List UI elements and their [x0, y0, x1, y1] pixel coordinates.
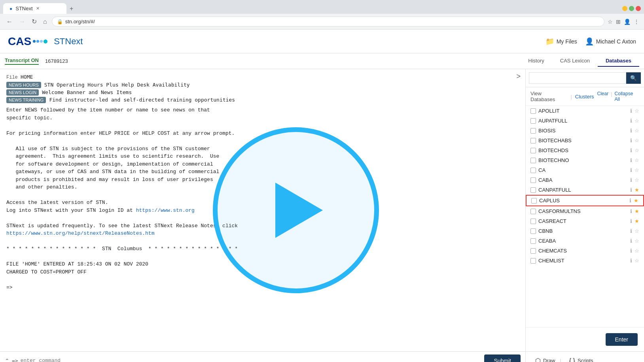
db-star-icon[interactable]: ☆	[635, 258, 639, 264]
database-list-item[interactable]: BIOTECHABS ℹ ☆	[526, 136, 644, 145]
db-star-icon[interactable]: ★	[635, 208, 639, 214]
new-tab-button[interactable]: +	[66, 4, 76, 14]
db-checkbox-ca[interactable]	[530, 168, 536, 173]
database-list-item[interactable]: CASFORMULTNS ℹ ★	[526, 206, 644, 216]
db-star-icon[interactable]: ☆	[635, 167, 639, 173]
clusters-link[interactable]: Clusters	[575, 94, 594, 100]
db-star-icon[interactable]: ☆	[635, 128, 639, 134]
my-files-button[interactable]: 📁 My Files	[546, 37, 577, 46]
active-tab[interactable]: ● STNext ✕	[3, 3, 66, 14]
minimize-button[interactable]	[622, 6, 627, 11]
collapse-button[interactable]: ⌃	[5, 358, 9, 362]
release-notes-link[interactable]: https://www.stn.org/help/stnext/ReleaseN…	[6, 230, 154, 236]
tab-close-button[interactable]: ✕	[36, 6, 40, 11]
collapse-all-link[interactable]: Collapse All	[615, 91, 639, 102]
submit-button[interactable]: Submit	[484, 354, 521, 362]
db-star-icon[interactable]: ☆	[635, 138, 639, 143]
db-star-icon[interactable]: ☆	[635, 118, 639, 124]
db-info-icon[interactable]: ℹ	[630, 258, 632, 264]
db-checkbox-aupatfull[interactable]	[530, 118, 536, 124]
forward-button[interactable]: →	[17, 17, 27, 27]
news-training-button[interactable]: NEWS TRAINING	[6, 97, 46, 103]
user-button[interactable]: 👤 Michael C Axton	[585, 37, 636, 46]
db-info-icon[interactable]: ℹ	[630, 167, 632, 173]
db-checkbox-caba[interactable]	[530, 177, 536, 183]
db-checkbox-ceaba[interactable]	[530, 238, 536, 244]
db-info-icon[interactable]: ℹ	[630, 147, 632, 153]
db-star-icon[interactable]: ☆	[635, 108, 639, 114]
db-info-icon[interactable]: ℹ	[630, 138, 632, 143]
bookmark-icon[interactable]: ☆	[608, 19, 613, 25]
db-star-icon[interactable]: ☆	[635, 177, 639, 183]
tab-databases[interactable]: Databases	[598, 55, 639, 67]
db-checkbox-apollit[interactable]	[530, 108, 536, 114]
db-checkbox-cbnb[interactable]	[530, 228, 536, 234]
extensions-icon[interactable]: ⊞	[616, 19, 621, 25]
db-star-icon[interactable]: ★	[635, 187, 639, 193]
maximize-button[interactable]	[629, 6, 634, 11]
menu-icon[interactable]: ⋮	[634, 19, 639, 25]
database-list-item[interactable]: APOLLIT ℹ ☆	[526, 106, 644, 116]
db-info-icon[interactable]: ℹ	[630, 218, 632, 224]
db-star-icon[interactable]: ★	[635, 218, 639, 224]
home-button[interactable]: ⌂	[42, 17, 49, 27]
db-checkbox-chemlist[interactable]	[530, 258, 536, 264]
database-search-input[interactable]	[529, 72, 626, 84]
database-list-item[interactable]: CBNB ℹ ☆	[526, 226, 644, 236]
video-play-circle[interactable]	[213, 127, 379, 293]
db-star-icon[interactable]: ☆	[635, 157, 639, 163]
back-button[interactable]: ←	[5, 17, 14, 27]
database-list-item[interactable]: CA ℹ ☆	[526, 165, 644, 175]
db-checkbox-canpatfull[interactable]	[530, 187, 536, 193]
db-info-icon[interactable]: ℹ	[630, 208, 632, 214]
transcript-toggle[interactable]: Transcript ON	[5, 57, 39, 65]
db-star-icon[interactable]: ☆	[635, 147, 639, 153]
tab-history[interactable]: History	[520, 55, 552, 67]
reload-button[interactable]: ↻	[30, 16, 38, 27]
database-list-item[interactable]: AUPATFULL ℹ ☆	[526, 116, 644, 126]
db-checkbox-biosis[interactable]	[530, 128, 536, 134]
db-star-icon[interactable]: ☆	[635, 238, 639, 244]
db-checkbox-biotechabs[interactable]	[530, 138, 536, 143]
database-list-item[interactable]: CHEMCATS ℹ ☆	[526, 246, 644, 256]
enter-button[interactable]: Enter	[606, 333, 638, 346]
video-overlay[interactable]	[213, 127, 379, 293]
db-star-icon[interactable]: ☆	[635, 228, 639, 234]
scripts-button[interactable]: { } Scripts	[564, 355, 598, 362]
db-star-icon[interactable]: ★	[634, 198, 638, 204]
db-info-icon[interactable]: ℹ	[630, 187, 632, 193]
database-list-item[interactable]: CANPATFULL ℹ ★	[526, 185, 644, 195]
db-info-icon[interactable]: ℹ	[630, 228, 632, 234]
db-info-icon[interactable]: ℹ	[630, 248, 632, 254]
database-list-item[interactable]: BIOSIS ℹ ☆	[526, 126, 644, 136]
user-profile-icon[interactable]: 👤	[624, 19, 631, 25]
db-checkbox-casreact[interactable]	[530, 219, 536, 224]
db-info-icon[interactable]: ℹ	[630, 128, 632, 134]
tab-cas-lexicon[interactable]: CAS Lexicon	[552, 55, 598, 67]
stn-link[interactable]: https://www.stn.org	[136, 207, 195, 213]
close-button[interactable]	[636, 6, 641, 11]
db-info-icon[interactable]: ℹ	[630, 118, 632, 124]
news-login-button[interactable]: NEWS LOGIN	[6, 89, 39, 96]
db-checkbox-biotechds[interactable]	[530, 148, 536, 153]
database-list-item[interactable]: CAPLUS ℹ ★	[526, 195, 644, 206]
database-list-item[interactable]: CEABA ℹ ☆	[526, 236, 644, 246]
command-input[interactable]	[21, 358, 485, 362]
draw-button[interactable]: ⬡ Draw	[530, 354, 560, 362]
database-list-item[interactable]: CASREACT ℹ ★	[526, 216, 644, 226]
db-checkbox-chemcats[interactable]	[530, 248, 536, 254]
clear-link[interactable]: Clear	[597, 91, 609, 102]
db-info-icon[interactable]: ℹ	[630, 238, 632, 244]
database-list-item[interactable]: CABA ℹ ☆	[526, 175, 644, 185]
database-list-item[interactable]: BIOTECHNO ℹ ☆	[526, 155, 644, 165]
db-checkbox-biotechno[interactable]	[530, 158, 536, 163]
expand-panel-button[interactable]: >	[513, 69, 524, 84]
db-info-icon[interactable]: ℹ	[630, 108, 632, 114]
db-star-icon[interactable]: ☆	[635, 248, 639, 254]
db-info-icon[interactable]: ℹ	[630, 157, 632, 163]
db-info-icon[interactable]: ℹ	[630, 177, 632, 183]
database-search-button[interactable]: 🔍	[626, 72, 641, 84]
url-bar[interactable]: 🔒 stn.org/stn/#/	[52, 17, 604, 26]
news-hours-button[interactable]: NEWS HOURS	[6, 82, 41, 88]
db-info-icon[interactable]: ℹ	[629, 198, 631, 204]
